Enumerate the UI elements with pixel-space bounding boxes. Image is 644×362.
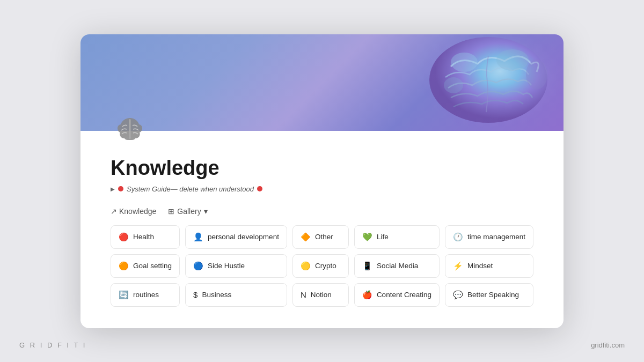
card-item[interactable]: 👤personal development (185, 225, 287, 249)
card-item[interactable]: 🔶Other (292, 225, 349, 249)
card-item[interactable]: 📱Social Media (354, 254, 440, 278)
knowledge-link[interactable]: ↗ Knowledge (111, 207, 156, 216)
card-item[interactable]: 🔄routines (111, 283, 180, 307)
card-label: Social Media (377, 262, 418, 270)
card-icon: 💚 (362, 232, 372, 242)
page-icon (111, 112, 149, 150)
toggle-arrow-icon: ▶ (111, 186, 115, 192)
system-guide-row[interactable]: ▶ System Guide— delete when understood (111, 185, 533, 193)
card-icon: 🍎 (362, 290, 372, 300)
card-label: time management (467, 233, 525, 241)
brand-right: gridfiti.com (591, 341, 625, 349)
card-icon: N (301, 290, 306, 299)
svg-point-2 (451, 53, 478, 72)
card-label: Crypto (315, 262, 336, 270)
card-item[interactable]: 🟠Goal setting (111, 254, 180, 278)
card-label: Business (202, 291, 231, 299)
card-item[interactable]: 🕐time management (445, 225, 533, 249)
card-label: Health (133, 233, 154, 241)
card-icon: 📱 (362, 261, 372, 271)
card-icon: 🔄 (119, 290, 129, 300)
card-icon: 🔵 (193, 261, 203, 271)
card-icon: 🔶 (301, 232, 311, 242)
card-item[interactable]: 🔴Health (111, 225, 180, 249)
card-item[interactable]: 🍎Content Creating (354, 283, 440, 307)
card-icon: 🕐 (453, 232, 463, 242)
card-label: Side Hustle (208, 262, 245, 270)
card-label: Mindset (467, 262, 493, 270)
card-icon: ⚡ (453, 261, 463, 271)
card-label: Notion (311, 291, 332, 299)
card-icon: 👤 (193, 232, 203, 242)
card-icon: 💬 (453, 290, 463, 300)
card-icon: 🟡 (301, 261, 311, 271)
red-dot-right (257, 186, 262, 191)
card-label: Other (315, 233, 333, 241)
card-label: Life (377, 233, 389, 241)
svg-rect-6 (129, 119, 131, 139)
card-item[interactable]: $Business (185, 283, 287, 307)
card-item[interactable]: 🟡Crypto (292, 254, 349, 278)
brand-left: G R I D F I T I (19, 341, 86, 349)
card-label: routines (133, 291, 159, 299)
link-out-icon: ↗ (111, 207, 117, 216)
system-guide-text: System Guide— delete when understood (127, 185, 254, 193)
card-icon: 🔴 (119, 232, 129, 242)
card-label: Goal setting (133, 262, 172, 270)
card-item[interactable]: 💬Better Speaking (445, 283, 533, 307)
card-icon: 🟠 (119, 261, 129, 271)
gallery-icon: ⊞ (168, 207, 174, 216)
card-item[interactable]: 💚Life (354, 225, 440, 249)
card-label: Content Creating (377, 291, 431, 299)
card-item[interactable]: NNotion (292, 283, 349, 307)
card-item[interactable]: ⚡Mindset (445, 254, 533, 278)
cards-grid: 🔴Health👤personal development🔶Other💚Life🕐… (111, 225, 533, 307)
gallery-button[interactable]: ⊞ Gallery ▾ (165, 206, 210, 217)
gallery-chevron-icon: ▾ (204, 207, 208, 216)
card-label: Better Speaking (467, 291, 519, 299)
red-dot-left (118, 186, 123, 191)
view-bar: ↗ Knowledge ⊞ Gallery ▾ (111, 206, 533, 217)
page-content: Knowledge ▶ System Guide— delete when un… (80, 157, 564, 328)
knowledge-link-label: Knowledge (119, 207, 156, 216)
svg-point-3 (496, 49, 529, 71)
svg-point-4 (526, 60, 547, 90)
gallery-label: Gallery (177, 207, 201, 216)
page-title: Knowledge (111, 157, 533, 180)
card-label: personal development (208, 233, 279, 241)
svg-point-5 (444, 77, 463, 93)
notion-window: Knowledge ▶ System Guide— delete when un… (80, 34, 564, 328)
card-item[interactable]: 🔵Side Hustle (185, 254, 287, 278)
outer-wrapper: G R I D F I T I gridfiti.com (0, 0, 644, 362)
cover-area (80, 34, 564, 131)
card-icon: $ (193, 290, 197, 299)
